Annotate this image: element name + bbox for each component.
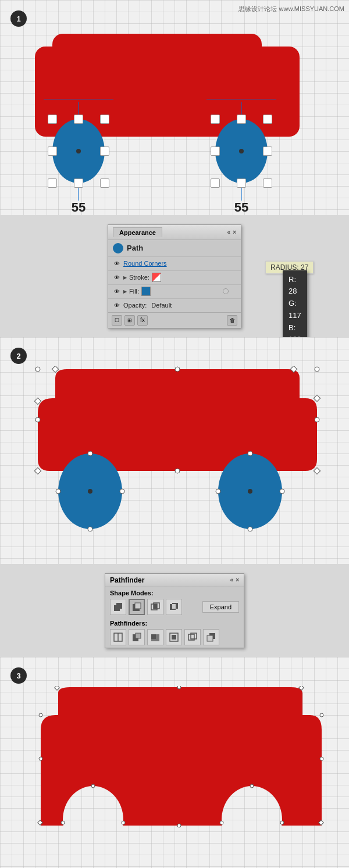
appearance-panel: Appearance « × Path 👁 Round Corners 👁 ▶ …	[108, 224, 241, 328]
pathfinder-close-icon[interactable]: ×	[236, 577, 239, 583]
rgb-r: R: 28	[289, 274, 301, 298]
svg-point-21	[120, 489, 124, 494]
svg-rect-16	[314, 467, 320, 474]
svg-point-7	[35, 417, 40, 422]
bus-svg-3	[26, 686, 329, 855]
measure-right: 55	[234, 200, 248, 215]
svg-point-60	[177, 686, 181, 689]
svg-point-69	[122, 821, 125, 824]
visibility-icon-2[interactable]: 👁	[113, 273, 121, 281]
stroke-swatch[interactable]	[152, 273, 161, 282]
svg-point-70	[220, 821, 223, 824]
svg-point-27	[280, 489, 284, 494]
pathfinders-buttons	[105, 628, 244, 648]
section-1: 1	[0, 0, 349, 215]
panel-row-fill: 👁 ▶ Fill:	[108, 284, 241, 298]
shape-exclude-btn[interactable]	[166, 599, 182, 615]
fill-label: Fill:	[129, 288, 139, 295]
fill-swatch[interactable]	[141, 287, 151, 296]
pathfinder-panel-section: Pathfinder « × Shape Modes: Expand Pathf	[0, 564, 349, 657]
panel-icon-delete[interactable]: 🗑	[227, 315, 237, 326]
section-2: 2	[0, 337, 349, 564]
opacity-value: Default	[151, 302, 172, 309]
watermark: 思缘设计论坛 www.MISSYUAN.COM	[238, 5, 344, 13]
collapse-icon[interactable]: «	[227, 229, 231, 235]
svg-point-67	[61, 821, 65, 824]
svg-point-28	[248, 451, 252, 456]
svg-rect-36	[154, 604, 157, 609]
svg-point-5	[175, 367, 180, 372]
panel-path-icon	[113, 243, 123, 253]
svg-point-10	[175, 469, 180, 473]
visibility-icon-1[interactable]: 👁	[113, 259, 121, 267]
pathfinder-panel: Pathfinder « × Shape Modes: Expand Pathf	[105, 573, 244, 648]
wheel-right-1: 55	[215, 119, 268, 183]
pf-outline-btn[interactable]	[184, 629, 201, 645]
visibility-icon-3[interactable]: 👁	[113, 287, 121, 295]
bus-illustration-2	[17, 366, 332, 541]
svg-point-71	[250, 784, 254, 788]
svg-rect-47	[172, 635, 176, 640]
svg-rect-33	[135, 603, 141, 609]
svg-point-20	[56, 489, 60, 494]
wheel-left-1: 55	[52, 119, 105, 183]
svg-rect-45	[151, 634, 156, 639]
pathfinders-label: Pathfinders:	[105, 617, 244, 628]
shape-minus-btn[interactable]	[129, 599, 145, 615]
opacity-label: Opacity:	[123, 302, 147, 309]
svg-rect-17	[34, 467, 41, 474]
panel-icon-1[interactable]: ☐	[112, 315, 122, 326]
pf-crop-btn[interactable]	[166, 629, 182, 645]
pathfinder-header: Pathfinder « ×	[105, 574, 244, 587]
pf-merge-btn[interactable]	[147, 629, 163, 645]
stroke-label: Stroke:	[129, 274, 149, 281]
shape-modes-buttons: Expand	[105, 598, 244, 617]
shape-intersect-btn[interactable]	[147, 599, 163, 615]
svg-rect-15	[314, 395, 320, 401]
visibility-icon-4[interactable]: 👁	[113, 301, 121, 309]
panel-row-round-corners: 👁 Round Corners	[108, 256, 241, 270]
panel-title-row: Path	[108, 240, 241, 256]
pathfinder-collapse-icon[interactable]: «	[230, 577, 234, 583]
svg-point-4	[35, 367, 40, 372]
round-corners-label[interactable]: Round Corners	[123, 260, 167, 267]
panel-row-opacity: 👁 Opacity: Default	[108, 298, 241, 312]
fill-arrow[interactable]: ▶	[123, 289, 127, 294]
step-3-number: 3	[10, 667, 27, 684]
svg-point-23	[88, 527, 92, 531]
bus-illustration-3	[23, 686, 326, 860]
panel-icon-fx[interactable]: fx	[137, 315, 148, 326]
pf-divide-btn[interactable]	[110, 629, 126, 645]
pf-trim-btn[interactable]	[129, 629, 145, 645]
shape-unite-btn[interactable]	[110, 599, 126, 615]
svg-rect-43	[136, 633, 141, 638]
pathfinder-tab[interactable]: Pathfinder	[110, 576, 144, 584]
pf-minus-back-btn[interactable]	[203, 629, 219, 645]
close-icon[interactable]: ×	[233, 229, 236, 235]
svg-point-19	[88, 489, 92, 494]
expand-button[interactable]: Expand	[202, 601, 239, 613]
svg-point-73	[177, 824, 181, 827]
svg-point-68	[91, 784, 95, 788]
svg-point-63	[320, 713, 323, 717]
step-1-number: 1	[10, 10, 27, 27]
step-2-number: 2	[10, 348, 27, 364]
appearance-panel-header: Appearance « ×	[108, 225, 241, 240]
svg-point-22	[88, 451, 92, 456]
svg-rect-2	[52, 47, 262, 70]
stroke-arrow[interactable]: ▶	[123, 275, 127, 280]
svg-point-72	[280, 821, 284, 824]
svg-point-26	[216, 489, 220, 494]
appearance-panel-section: Appearance « × Path 👁 Round Corners 👁 ▶ …	[0, 215, 349, 337]
svg-rect-31	[116, 603, 122, 609]
svg-point-8	[315, 417, 319, 422]
panel-tabs: Appearance	[113, 227, 162, 237]
tab-appearance[interactable]: Appearance	[113, 227, 162, 237]
svg-rect-58	[55, 686, 59, 690]
panel-icon-2[interactable]: ⊞	[124, 315, 135, 326]
section-3: 3	[0, 657, 349, 868]
svg-point-25	[248, 489, 252, 494]
panel-path-title: Path	[127, 244, 143, 252]
shape-modes-label: Shape Modes:	[105, 587, 244, 598]
svg-rect-55	[58, 709, 302, 718]
